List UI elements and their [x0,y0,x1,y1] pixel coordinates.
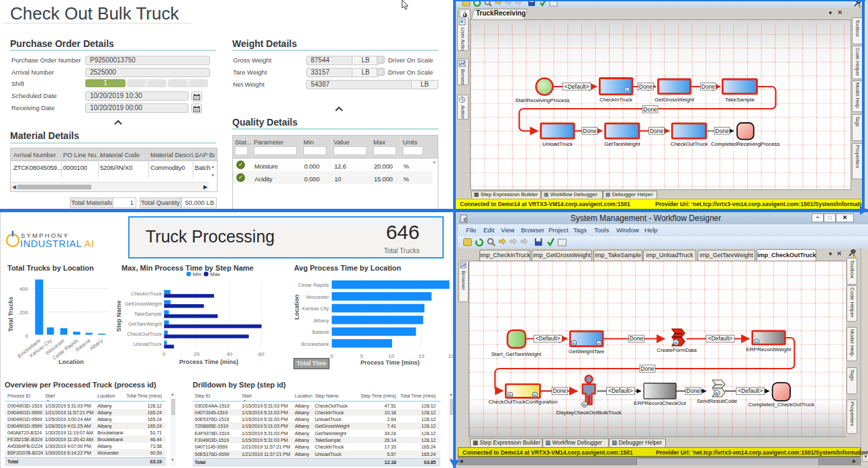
svg-text:Worcester: Worcester [306,294,330,300]
svg-text:Process Time (mins): Process Time (mins) [360,359,420,366]
svg-text:0: 0 [26,333,29,339]
svg-text:GetTareWeight: GetTareWeight [604,141,640,147]
svg-text:TakeSample: TakeSample [725,97,755,103]
svg-text:5: 5 [360,353,364,359]
svg-text:Cedar Rapids: Cedar Rapids [298,282,329,288]
svg-text:Done: Done [702,83,716,90]
svg-text:GetWeightTare: GetWeightTare [569,348,605,355]
svg-text:400: 400 [19,286,29,292]
svg-text:Kansas City: Kansas City [302,306,329,312]
svg-text:Location: Location [293,295,300,320]
svg-text:fx: fx [626,89,629,93]
svg-text:CheckInTruck: CheckInTruck [599,97,633,103]
svg-text:20: 20 [194,351,200,357]
svg-text:Albany: Albany [314,318,329,324]
svg-text:GetGrossWeight: GetGrossWeight [655,97,695,103]
svg-text:Done: Done [650,128,664,134]
svg-text:ERPRecordWeight: ERPRecordWeight [746,346,792,353]
svg-text:<Default>: <Default> [565,83,589,90]
svg-text:<Default>: <Default> [536,335,561,342]
svg-text:GetTareWeight: GetTareWeight [128,321,162,327]
svg-text:CheckOutTruck: CheckOutTruck [671,141,708,147]
svg-text:Done: Done [686,387,700,394]
svg-text:Min: Min [193,271,201,277]
svg-text:Max: Max [210,271,220,277]
svg-text:Done: Done [715,128,729,134]
svg-text:40: 40 [226,351,232,357]
svg-text:Batavia: Batavia [312,329,330,335]
svg-text:Step Name: Step Name [115,300,122,332]
svg-text:CreateFormData: CreateFormData [657,347,697,353]
svg-text:Done: Done [583,128,597,134]
svg-text:Completed_CheckOutTruck: Completed_CheckOutTruck [749,402,815,408]
svg-text:UnloadTruck: UnloadTruck [134,341,162,347]
svg-text:<Default>: <Default> [708,335,732,342]
svg-text:Done: Done [552,387,567,394]
svg-text:10: 10 [388,353,394,359]
svg-text:60: 60 [258,351,264,357]
svg-text:DisplayCheckOutBulkTruck: DisplayCheckOutBulkTruck [556,410,622,416]
svg-text:CheckOutTruck: CheckOutTruck [127,331,162,337]
svg-text:<Default>: <Default> [608,387,633,394]
svg-text:<Default>: <Default> [738,387,763,394]
svg-text:Done: Done [643,106,657,113]
svg-text:Process Time (mins): Process Time (mins) [179,359,238,365]
svg-text:StartReceivingProcess: StartReceivingProcess [516,97,570,103]
svg-text:ERPRecordCheckOut: ERPRecordCheckOut [634,400,687,406]
svg-text:CheckInTruck: CheckInTruck [131,291,162,297]
svg-text:CompletedReceivingProcess: CompletedReceivingProcess [711,141,780,147]
svg-text:0: 0 [162,351,166,357]
svg-text:15: 15 [418,353,424,359]
svg-text:Done: Done [639,83,653,90]
svg-text:GetGrossWeight: GetGrossWeight [125,301,162,307]
svg-text:Location: Location [58,359,84,365]
svg-text:200: 200 [19,310,29,316]
svg-text:Albany: Albany [89,337,105,351]
svg-text:Done: Done [630,335,644,342]
svg-text:0: 0 [330,353,334,359]
svg-text:Done: Done [640,365,655,372]
svg-text:CheckOutTruckConfiguration: CheckOutTruckConfiguration [489,399,558,405]
svg-text:TakeSample: TakeSample [134,311,162,317]
svg-text:Total Trucks: Total Trucks [7,297,14,332]
svg-text:Start_GetTareWeight: Start_GetTareWeight [491,351,542,357]
svg-text:Brocklebank: Brocklebank [301,341,330,347]
svg-text:UnloadTruck: UnloadTruck [542,141,573,147]
svg-text:SendResultCode: SendResultCode [697,398,738,404]
